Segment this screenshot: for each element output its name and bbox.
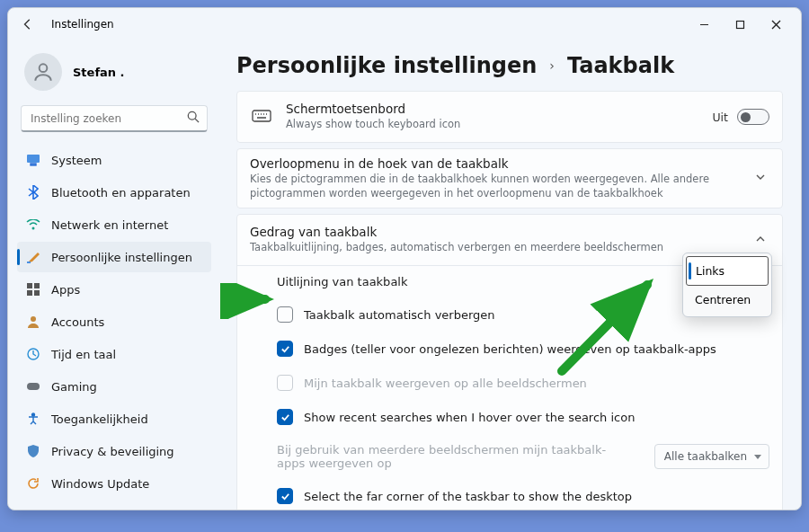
checkbox-recentsearch[interactable] <box>277 409 293 425</box>
dropdown-links[interactable]: Links <box>686 256 769 286</box>
sidebar-item-tijd-en-taal[interactable]: Tijd en taal <box>17 339 211 369</box>
dropdown-centreren[interactable]: Centreren <box>686 286 769 314</box>
svg-point-3 <box>188 111 196 120</box>
sidebar-item-label: Persoonlijke instellingen <box>51 251 192 264</box>
sidebar-item-label: Bluetooth en apparaten <box>51 186 191 200</box>
close-button[interactable] <box>758 12 794 37</box>
search-input[interactable] <box>21 105 208 132</box>
keyboard-icon <box>250 110 273 124</box>
svg-rect-7 <box>27 262 31 263</box>
sidebar-item-windows-update[interactable]: Windows Update <box>17 468 211 499</box>
sidebar-item-label: Netwerk en internet <box>51 218 168 232</box>
chevron-down-icon <box>751 172 769 185</box>
back-button[interactable] <box>15 12 40 37</box>
checkbox-autohide[interactable] <box>277 306 293 323</box>
card-touch-keyboard[interactable]: Schermtoetsenbord Always show touch keyb… <box>236 91 783 143</box>
sidebar-item-apps[interactable]: Apps <box>17 274 211 305</box>
touch-keyboard-subtitle: Always show touch keyboard icon <box>286 118 699 132</box>
svg-point-12 <box>31 316 36 322</box>
accessibility-icon <box>26 412 40 426</box>
clock-icon <box>26 347 40 361</box>
breadcrumb-b: Taakbalk <box>567 53 674 78</box>
svg-rect-10 <box>27 290 32 296</box>
svg-rect-11 <box>34 290 40 296</box>
svg-point-2 <box>40 64 48 72</box>
minimize-button[interactable] <box>686 12 722 37</box>
sidebar-item-systeem[interactable]: Systeem <box>17 145 211 175</box>
sidebar-item-label: Toegankelijkheid <box>51 412 148 426</box>
touch-keyboard-title: Schermtoetsenbord <box>286 102 699 116</box>
titlebar: Instellingen <box>8 8 801 40</box>
svg-rect-14 <box>27 383 40 390</box>
update-icon <box>26 476 40 491</box>
profile-block[interactable]: Stefan . <box>17 48 211 100</box>
sidebar-item-label: Accounts <box>51 315 104 329</box>
sidebar-item-accounts[interactable]: Accounts <box>17 306 211 337</box>
opt-recentsearch-label: Show recent searches when I hover over t… <box>304 411 635 424</box>
overflow-subtitle: Kies de pictogrammen die in de taakbalkh… <box>250 173 739 200</box>
brush-icon <box>26 250 40 264</box>
sidebar-item-persoonlijke-instellingen[interactable]: Persoonlijke instellingen <box>17 242 211 272</box>
wifi-icon <box>26 217 40 232</box>
opt-autohide-label: Taakbalk automatisch verbergen <box>304 308 495 322</box>
opt-multiscreen-show: Mijn taakbalk weergeven op alle beeldsch… <box>237 366 782 400</box>
toggle-state: Uit <box>712 111 728 124</box>
svg-rect-1 <box>736 21 743 28</box>
opt-multiscreen-show-label: Mijn taakbalk weergeven op alle beeldsch… <box>304 377 587 390</box>
opt-recentsearch[interactable]: Show recent searches when I hover over t… <box>237 400 782 434</box>
avatar <box>24 53 62 91</box>
alignment-dropdown[interactable]: Links Centreren <box>682 253 772 317</box>
chevron-up-icon <box>751 234 769 247</box>
opt-badges-label: Badges (teller voor ongelezen berichten)… <box>304 342 716 356</box>
sidebar-item-label: Apps <box>51 283 80 297</box>
opt-farcorner[interactable]: Select the far corner of the taskbar to … <box>237 479 782 510</box>
sidebar-item-toegankelijkheid[interactable]: Toegankelijkheid <box>17 403 211 434</box>
card-overflow[interactable]: Overloopmenu in de hoek van de taakbalk … <box>236 148 783 208</box>
touch-keyboard-toggle[interactable] <box>737 109 769 125</box>
opt-badges[interactable]: Badges (teller voor ongelezen berichten)… <box>237 332 782 366</box>
breadcrumb-a[interactable]: Persoonlijke instellingen <box>236 53 537 78</box>
svg-rect-9 <box>34 283 40 288</box>
chevron-right-icon: › <box>549 58 555 73</box>
svg-line-4 <box>195 119 199 122</box>
behavior-title: Gedrag van taakbalk <box>250 225 739 239</box>
gamepad-icon <box>26 379 40 394</box>
checkbox-farcorner[interactable] <box>277 488 293 504</box>
person-icon <box>26 315 40 329</box>
sidebar: Stefan . SysteemBluetooth en apparatenNe… <box>8 40 220 510</box>
settings-window: Instellingen Stefan . SysteemBluetooth e… <box>7 7 802 510</box>
nav-list: SysteemBluetooth en apparatenNetwerk en … <box>17 145 211 499</box>
checkbox-multiscreen-show <box>277 375 293 391</box>
main-content: Persoonlijke instellingen › Taakbalk Sch… <box>220 40 801 510</box>
overflow-title: Overloopmenu in de hoek van de taakbalk <box>250 156 739 171</box>
behavior-subtitle: Taakbalkuitlijning, badges, automatisch … <box>250 241 739 255</box>
svg-rect-8 <box>27 283 32 288</box>
grid-icon <box>26 282 40 297</box>
sidebar-item-label: Gaming <box>51 380 97 394</box>
opt-farcorner-label: Select the far corner of the taskbar to … <box>304 490 632 503</box>
opt-alignment-label: Uitlijning van taakbalk <box>277 275 407 288</box>
sidebar-item-label: Windows Update <box>51 477 149 491</box>
monitor-icon <box>26 153 40 167</box>
sidebar-item-label: Systeem <box>51 154 102 167</box>
shield-icon <box>26 444 40 458</box>
sidebar-item-bluetooth-en-apparaten[interactable]: Bluetooth en apparaten <box>17 177 211 208</box>
svg-rect-6 <box>31 164 36 165</box>
sidebar-item-netwerk-en-internet[interactable]: Netwerk en internet <box>17 209 211 240</box>
svg-point-15 <box>32 413 35 416</box>
maximize-button[interactable] <box>722 12 758 37</box>
search-field[interactable] <box>29 111 187 126</box>
sidebar-item-gaming[interactable]: Gaming <box>17 371 211 402</box>
search-icon <box>187 110 200 127</box>
sidebar-item-label: Privacy & beveiliging <box>51 445 174 458</box>
bluetooth-icon <box>26 185 40 200</box>
opt-multiscreen-combine-label: Bij gebruik van meerdere beeldschermen m… <box>277 443 618 470</box>
checkbox-badges[interactable] <box>277 341 293 357</box>
sidebar-item-label: Tijd en taal <box>51 348 116 361</box>
breadcrumb: Persoonlijke instellingen › Taakbalk <box>236 48 783 91</box>
sidebar-item-privacy-beveiliging[interactable]: Privacy & beveiliging <box>17 436 211 466</box>
select-all-taskbars: Alle taakbalken <box>654 444 769 469</box>
opt-multiscreen-combine: Bij gebruik van meerdere beeldschermen m… <box>237 434 782 479</box>
svg-rect-16 <box>253 111 271 121</box>
select-value: Alle taakbalken <box>664 450 747 463</box>
